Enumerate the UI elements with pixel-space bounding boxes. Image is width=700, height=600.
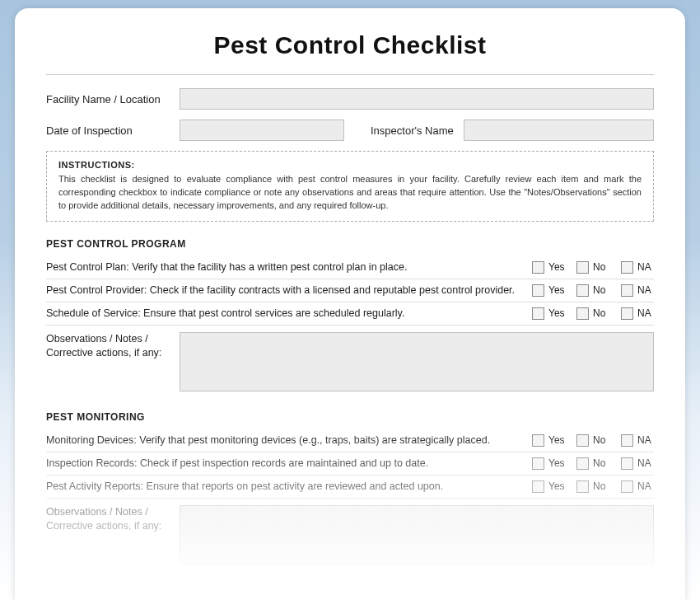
checkbox-no[interactable]	[576, 457, 589, 470]
checkbox-na[interactable]	[621, 307, 633, 320]
notes-textarea[interactable]	[180, 505, 654, 565]
instructions-box: INSTRUCTIONS: This checklist is designed…	[46, 151, 654, 222]
option-na-label: NA	[637, 261, 654, 273]
notes-row: Observations / Notes / Corrective action…	[46, 505, 654, 565]
check-item-text: Pest Control Provider: Check if the faci…	[46, 284, 525, 296]
option-na-label: NA	[637, 434, 654, 446]
check-row: Pest Activity Reports: Ensure that repor…	[46, 476, 654, 499]
check-options: Yes No NA	[532, 480, 654, 493]
option-no-label: No	[593, 457, 609, 469]
date-input[interactable]	[180, 120, 344, 141]
checkbox-yes[interactable]	[532, 307, 544, 320]
checkbox-no[interactable]	[576, 480, 589, 493]
option-na-label: NA	[637, 307, 654, 319]
notes-label: Observations / Notes / Corrective action…	[46, 332, 170, 391]
option-na-label: NA	[637, 457, 654, 469]
check-item-text: Monitoring Devices: Verify that pest mon…	[46, 434, 525, 446]
checkbox-no[interactable]	[576, 307, 589, 320]
option-yes-label: Yes	[548, 480, 565, 492]
option-yes-label: Yes	[548, 284, 565, 296]
checkbox-yes[interactable]	[532, 480, 544, 493]
option-no-label: No	[593, 261, 609, 273]
option-no-label: No	[593, 307, 609, 319]
page-title: Pest Control Checklist	[46, 31, 654, 59]
option-na-label: NA	[637, 284, 654, 296]
check-row: Pest Control Plan: Verify that the facil…	[46, 256, 654, 279]
instructions-body: This checklist is designed to evaluate c…	[58, 173, 642, 213]
check-item-text: Schedule of Service: Ensure that pest co…	[46, 307, 525, 319]
check-row: Monitoring Devices: Verify that pest mon…	[46, 429, 654, 452]
check-item-text: Pest Activity Reports: Ensure that repor…	[46, 480, 525, 492]
option-no-label: No	[593, 480, 609, 492]
check-row: Schedule of Service: Ensure that pest co…	[46, 302, 654, 326]
check-item-text: Inspection Records: Check if pest inspec…	[46, 457, 525, 469]
check-options: Yes No NA	[532, 434, 654, 447]
check-row: Inspection Records: Check if pest inspec…	[46, 452, 654, 476]
facility-input[interactable]	[180, 88, 654, 110]
check-item-text: Pest Control Plan: Verify that the facil…	[46, 261, 525, 273]
checkbox-na[interactable]	[621, 480, 633, 493]
notes-row: Observations / Notes / Corrective action…	[46, 332, 654, 391]
checkbox-no[interactable]	[576, 261, 589, 274]
checkbox-no[interactable]	[576, 284, 589, 297]
checkbox-na[interactable]	[621, 457, 633, 470]
document-page: Pest Control Checklist Facility Name / L…	[15, 8, 685, 600]
checkbox-yes[interactable]	[532, 434, 544, 447]
option-no-label: No	[593, 434, 609, 446]
checkbox-no[interactable]	[576, 434, 589, 447]
instructions-heading: INSTRUCTIONS:	[58, 160, 642, 170]
date-label: Date of Inspection	[46, 124, 170, 137]
inspector-label: Inspector's Name	[371, 124, 454, 137]
checkbox-na[interactable]	[621, 261, 633, 274]
checkbox-na[interactable]	[621, 434, 633, 447]
option-no-label: No	[593, 284, 609, 296]
date-inspector-row: Date of Inspection Inspector's Name	[46, 120, 654, 141]
option-yes-label: Yes	[548, 307, 565, 319]
notes-textarea[interactable]	[180, 332, 654, 391]
checkbox-yes[interactable]	[532, 261, 544, 274]
check-options: Yes No NA	[532, 261, 654, 274]
option-yes-label: Yes	[548, 457, 565, 469]
title-divider	[46, 74, 654, 75]
option-na-label: NA	[637, 480, 654, 492]
check-options: Yes No NA	[532, 284, 654, 297]
option-yes-label: Yes	[548, 261, 565, 273]
facility-row: Facility Name / Location	[46, 88, 654, 110]
checkbox-na[interactable]	[621, 284, 633, 297]
section-header-program: PEST CONTROL PROGRAM	[46, 238, 654, 250]
facility-label: Facility Name / Location	[46, 93, 170, 105]
check-options: Yes No NA	[532, 457, 654, 470]
section-header-monitoring: PEST MONITORING	[46, 411, 654, 423]
checkbox-yes[interactable]	[532, 457, 544, 470]
check-options: Yes No NA	[532, 307, 654, 320]
inspector-input[interactable]	[464, 120, 654, 141]
checkbox-yes[interactable]	[532, 284, 544, 297]
notes-label: Observations / Notes / Corrective action…	[46, 505, 170, 565]
check-row: Pest Control Provider: Check if the faci…	[46, 279, 654, 302]
option-yes-label: Yes	[548, 434, 565, 446]
